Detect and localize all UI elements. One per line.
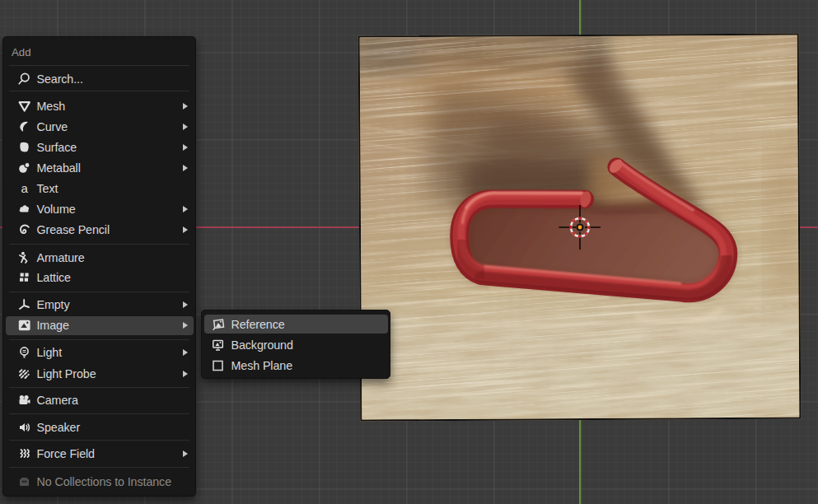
- svg-text:a: a: [21, 181, 28, 195]
